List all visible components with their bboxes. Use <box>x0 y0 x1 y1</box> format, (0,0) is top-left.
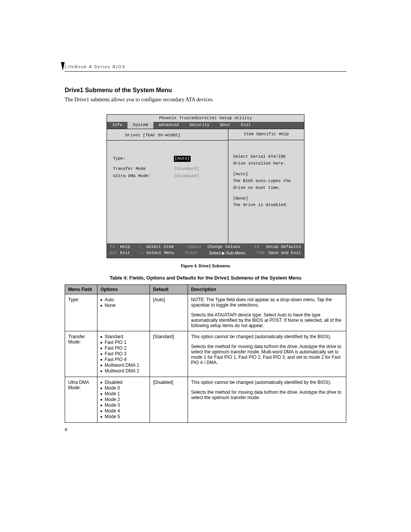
help-line: The BIOS auto-types the <box>233 178 299 184</box>
bios-menubar: Info System Advanced Security Boot Exit <box>107 122 304 129</box>
cell-default: [Standard] <box>150 331 188 377</box>
drive-header: Drive1 [TEAC DV-W28EC] <box>107 131 228 141</box>
key-arrows-ud: ↑↓ <box>139 244 143 249</box>
list-item: Fast PIO 3 <box>100 351 147 356</box>
tab-info[interactable]: Info <box>107 122 127 129</box>
list-item: Auto <box>100 297 147 302</box>
cell-options: AutoNone <box>97 294 150 331</box>
list-item: Disabled <box>100 380 147 385</box>
field-type[interactable]: Type: [Auto] <box>113 156 222 162</box>
list-item: Fast PIO 2 <box>100 345 147 351</box>
drive-header-text: Drive1 [TEAC DV-W28EC] <box>125 133 180 139</box>
list-item: Mode 4 <box>100 408 147 414</box>
cell-default: [Auto] <box>150 294 188 331</box>
options-table: Menu Field Options Default Description T… <box>65 284 346 423</box>
page-number: 8 <box>65 427 346 433</box>
help-line: The drive is disabled. <box>233 202 299 208</box>
list-item: Mode 2 <box>100 397 147 402</box>
tab-system[interactable]: System <box>127 122 153 129</box>
header-title: LifeBook A Series BIOS <box>65 64 126 69</box>
key-enter: Enter <box>185 251 198 255</box>
header-rule <box>65 71 346 72</box>
list-item: Mode 0 <box>100 385 147 391</box>
table-caption: Table 4: Fields, Options and Defaults fo… <box>65 275 346 281</box>
header-marker-icon <box>60 61 65 71</box>
key-space: -/Space <box>184 244 202 249</box>
field-type-label: Type: <box>113 156 174 162</box>
key-f1: F1 <box>110 244 115 249</box>
bios-window: Phoenix TrustedCore(tm) Setup Utility In… <box>107 114 304 258</box>
section-title: Drive1 Submenu of the System Menu <box>65 87 346 94</box>
list-item: Multiword DMA 2 <box>100 368 147 374</box>
th-description: Description <box>188 284 346 294</box>
cell-description: This option cannot be changed (automatic… <box>188 331 346 377</box>
field-transfer-mode-label: Transfer Mode <box>113 166 174 172</box>
list-item: Multiword DMA 1 <box>100 363 147 368</box>
field-transfer-mode[interactable]: Transfer Mode [Standard] <box>113 166 222 172</box>
table-row: Type:AutoNone[Auto]NOTE: The Type field … <box>65 294 346 331</box>
field-transfer-mode-value: [Standard] <box>174 166 199 172</box>
figure-caption: Figure 4. Drive1 Submenu <box>65 264 346 268</box>
field-ultra-dma-label: Ultra DMA Mode: <box>113 173 174 179</box>
help-line: [None] <box>233 196 299 202</box>
list-item: Standard <box>100 334 147 339</box>
help-body: Select Serial ATA/IDE drive installed he… <box>228 140 304 213</box>
list-item: Mode 3 <box>100 403 147 408</box>
cell-default: [Disabled] <box>150 377 188 422</box>
list-item: Mode 5 <box>100 414 147 419</box>
field-ultra-dma[interactable]: Ultra DMA Mode: [Disabled] <box>113 173 222 179</box>
list-item: None <box>100 303 147 308</box>
bios-window-title: Phoenix TrustedCore(tm) Setup Utility <box>107 115 304 122</box>
bios-fields: Type: [Auto] Transfer Mode [Standard] Ul… <box>107 141 228 179</box>
page-header: LifeBook A Series BIOS <box>65 63 346 72</box>
cell-menu-field: Transfer Mode: <box>65 331 97 377</box>
key-f9: F9 <box>255 244 260 249</box>
cell-description: NOTE: The Type field does not appear as … <box>188 294 346 331</box>
field-type-value: [Auto] <box>174 156 191 162</box>
tab-security[interactable]: Security <box>184 122 215 129</box>
key-esc: ESC <box>110 251 118 255</box>
cell-options: StandardFast PIO 1Fast PIO 2Fast PIO 3Fa… <box>97 331 150 377</box>
th-default: Default <box>150 284 188 294</box>
table-header-row: Menu Field Options Default Description <box>65 284 346 294</box>
list-item: Fast PIO 4 <box>100 357 147 362</box>
key-f10: F10 <box>257 251 264 255</box>
help-title: Item Specific Help <box>228 129 304 140</box>
bios-body: Drive1 [TEAC DV-W28EC] Type: [Auto] Tran… <box>107 129 304 243</box>
key-arrows-lr: ←→ <box>139 251 144 255</box>
table-row: Ultra DMA Mode:DisabledMode 0Mode 1Mode … <box>65 377 346 422</box>
tab-boot[interactable]: Boot <box>215 122 236 129</box>
field-ultra-dma-value: [Disabled] <box>174 173 199 179</box>
help-line: drive on boot time. <box>233 185 299 191</box>
bios-help-pane: Item Specific Help Select Serial ATA/IDE… <box>228 129 304 243</box>
bios-footer: F1 Help ↑↓ Select Item -/Space Change Va… <box>107 243 304 258</box>
cell-description: This option cannot be changed (automatic… <box>188 377 346 422</box>
cell-menu-field: Ultra DMA Mode: <box>65 377 97 422</box>
cell-menu-field: Type: <box>65 294 97 331</box>
list-item: Fast PIO 1 <box>100 340 147 345</box>
intro-text: The Drive1 submenu allows you to configu… <box>65 97 346 103</box>
th-menu-field: Menu Field <box>65 284 97 294</box>
bios-left-pane: Drive1 [TEAC DV-W28EC] Type: [Auto] Tran… <box>107 129 228 243</box>
cell-options: DisabledMode 0Mode 1Mode 2Mode 3Mode 4Mo… <box>97 377 150 422</box>
table-row: Transfer Mode:StandardFast PIO 1Fast PIO… <box>65 331 346 377</box>
th-options: Options <box>97 284 150 294</box>
tab-advanced[interactable]: Advanced <box>153 122 184 129</box>
help-line: Select Serial ATA/IDE <box>233 154 299 160</box>
help-line: drive installed here. <box>233 161 299 167</box>
help-line: [Auto] <box>233 171 299 177</box>
page-content: LifeBook A Series BIOS Drive1 Submenu of… <box>0 0 411 448</box>
list-item: Mode 1 <box>100 391 147 396</box>
tab-exit[interactable]: Exit <box>236 122 256 129</box>
